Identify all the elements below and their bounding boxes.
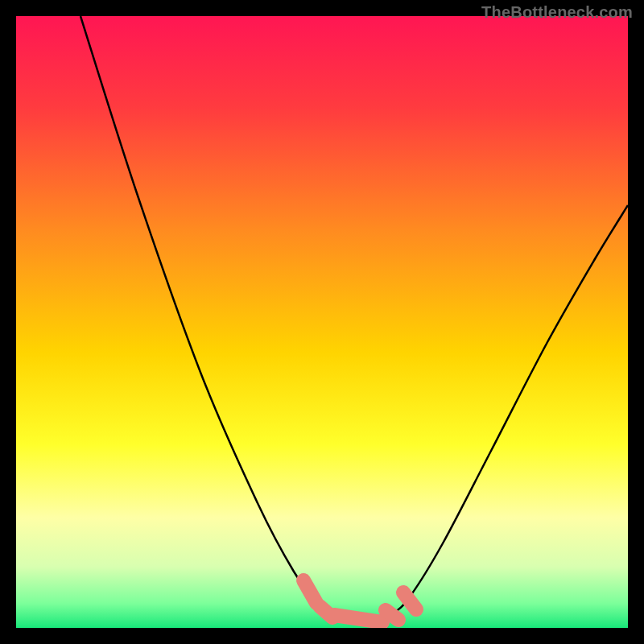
chart-frame bbox=[16, 16, 628, 628]
chart-canvas bbox=[16, 16, 628, 628]
watermark-text: TheBottleneck.com bbox=[481, 3, 633, 22]
marker-bottom bbox=[334, 615, 382, 622]
gradient-background bbox=[16, 16, 628, 628]
marker-notch bbox=[386, 610, 398, 620]
marker-right bbox=[403, 592, 416, 609]
